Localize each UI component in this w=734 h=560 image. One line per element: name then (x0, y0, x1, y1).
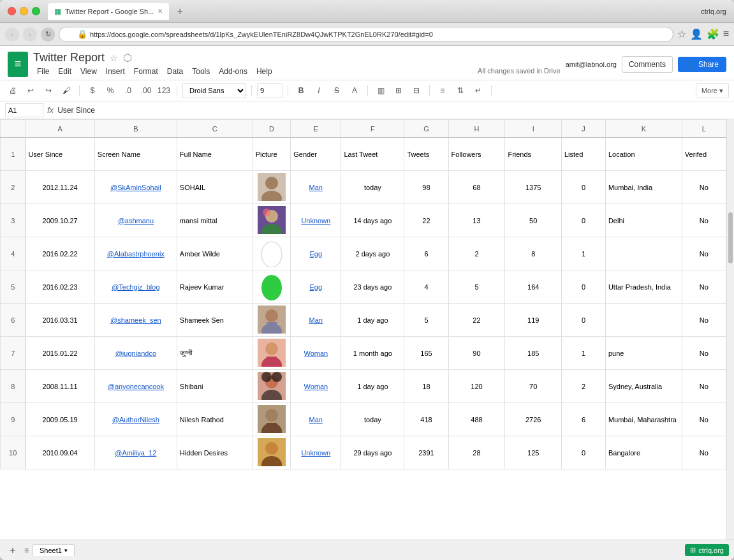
cell-e6[interactable]: Man (291, 304, 341, 337)
cell-i7[interactable]: 185 (505, 337, 562, 370)
active-tab[interactable]: ▦ Twitter Report - Google Sh... ✕ (48, 3, 169, 20)
cell-j3[interactable]: 0 (561, 204, 605, 237)
refresh-button[interactable]: ↻ (41, 27, 55, 41)
vertical-scrollbar[interactable] (726, 119, 734, 540)
cell-e10[interactable]: Unknown (291, 436, 341, 469)
menu-edit[interactable]: Edit (54, 66, 75, 77)
cell-j9[interactable]: 6 (561, 403, 605, 436)
col-header-b[interactable]: B (94, 120, 177, 138)
cell-a3[interactable]: 2009.10.27 (26, 204, 94, 237)
cell-k7[interactable]: pune (605, 337, 682, 370)
cell-i10[interactable]: 125 (505, 436, 562, 469)
header-gender[interactable]: Gender (291, 138, 341, 171)
cell-j8[interactable]: 2 (561, 370, 605, 403)
cell-c10[interactable]: Hidden Desires (177, 436, 253, 469)
comments-button[interactable]: Comments (622, 56, 673, 73)
cell-reference-input[interactable] (5, 103, 43, 117)
cell-j6[interactable]: 0 (561, 304, 605, 337)
cell-l3[interactable]: No (682, 204, 726, 237)
header-picture[interactable]: Picture (253, 138, 291, 171)
cell-l2[interactable]: No (682, 171, 726, 204)
cell-f5[interactable]: 23 days ago (341, 270, 404, 304)
merge-button[interactable]: ⊟ (409, 83, 424, 98)
cell-a7[interactable]: 2015.01.22 (26, 337, 94, 370)
cell-i5[interactable]: 164 (505, 270, 562, 304)
align-button[interactable]: ≡ (435, 83, 450, 98)
col-header-k[interactable]: K (605, 120, 682, 138)
menu-tools[interactable]: Tools (188, 66, 214, 77)
redo-button[interactable]: ↪ (41, 83, 56, 98)
cell-f9[interactable]: today (341, 403, 404, 436)
cell-k6[interactable] (605, 304, 682, 337)
paint-format-button[interactable]: 🖌 (59, 83, 74, 98)
cell-b8[interactable]: @anyonecancook (94, 370, 177, 403)
cell-i3[interactable]: 50 (505, 204, 562, 237)
cell-k2[interactable]: Mumbai, India (605, 171, 682, 204)
menu-insert[interactable]: Insert (102, 66, 129, 77)
col-header-l[interactable]: L (682, 120, 726, 138)
cell-c5[interactable]: Rajeev Kumar (177, 270, 253, 304)
font-size-input[interactable] (257, 83, 283, 98)
cell-i6[interactable]: 119 (505, 304, 562, 337)
menu-icon[interactable]: ≡ (723, 28, 729, 40)
header-full-name[interactable]: Full Name (177, 138, 253, 171)
cell-l8[interactable]: No (682, 370, 726, 403)
cell-a2[interactable]: 2012.11.24 (26, 171, 94, 204)
cell-g10[interactable]: 2391 (404, 436, 448, 469)
header-followers[interactable]: Followers (448, 138, 505, 171)
cell-g8[interactable]: 18 (404, 370, 448, 403)
wrap-button[interactable]: ↵ (471, 83, 486, 98)
header-listed[interactable]: Listed (561, 138, 605, 171)
fill-color-button[interactable]: ▥ (373, 83, 388, 98)
col-header-j[interactable]: J (561, 120, 605, 138)
header-last-tweet[interactable]: Last Tweet (341, 138, 404, 171)
cell-h4[interactable]: 2 (448, 237, 505, 270)
cell-b7[interactable]: @jugniandco (94, 337, 177, 370)
header-location[interactable]: Location (605, 138, 682, 171)
cell-e2[interactable]: Man (291, 171, 341, 204)
menu-view[interactable]: View (77, 66, 101, 77)
sheet-dropdown-icon[interactable]: ▾ (64, 547, 68, 554)
cell-i2[interactable]: 1375 (505, 171, 562, 204)
col-header-d[interactable]: D (253, 120, 291, 138)
cell-k4[interactable] (605, 237, 682, 270)
cell-b6[interactable]: @shameek_sen (94, 304, 177, 337)
star-icon[interactable]: ☆ (110, 53, 118, 63)
new-tab-button[interactable]: + (172, 3, 187, 20)
cell-j2[interactable]: 0 (561, 171, 605, 204)
menu-addons[interactable]: Add-ons (215, 66, 251, 77)
cell-e7[interactable]: Woman (291, 337, 341, 370)
currency-button[interactable]: $ (85, 83, 100, 98)
cell-k10[interactable]: Bangalore (605, 436, 682, 469)
cell-f3[interactable]: 14 days ago (341, 204, 404, 237)
maximize-button[interactable] (32, 7, 40, 15)
cell-e5[interactable]: Egg (291, 270, 341, 304)
cell-k8[interactable]: Sydney, Australia (605, 370, 682, 403)
extensions-icon[interactable]: 🧩 (707, 28, 719, 40)
cell-g7[interactable]: 165 (404, 337, 448, 370)
url-bar[interactable]: 🔒 https://docs.google.com/spreadsheets/d… (59, 27, 673, 42)
cell-j7[interactable]: 1 (561, 337, 605, 370)
decrease-decimal-button[interactable]: .0 (121, 83, 136, 98)
increase-decimal-button[interactable]: .00 (138, 83, 154, 98)
print-button[interactable]: 🖨 (5, 83, 20, 98)
cell-h5[interactable]: 5 (448, 270, 505, 304)
bold-button[interactable]: B (293, 83, 309, 98)
cell-f4[interactable]: 2 days ago (341, 237, 404, 270)
cell-c9[interactable]: Nilesh Rathod (177, 403, 253, 436)
cell-h2[interactable]: 68 (448, 171, 505, 204)
close-button[interactable] (8, 7, 16, 15)
formula-input[interactable] (57, 106, 729, 115)
cell-f10[interactable]: 29 days ago (341, 436, 404, 469)
col-header-e[interactable]: E (291, 120, 341, 138)
cell-l7[interactable]: No (682, 337, 726, 370)
cell-a10[interactable]: 2010.09.04 (26, 436, 94, 469)
cell-g4[interactable]: 6 (404, 237, 448, 270)
ctrlq-badge[interactable]: ⊞ ctrlq.org (685, 544, 729, 556)
borders-button[interactable]: ⊞ (391, 83, 406, 98)
menu-format[interactable]: Format (130, 66, 162, 77)
percent-button[interactable]: % (103, 83, 118, 98)
minimize-button[interactable] (20, 7, 28, 15)
cell-h10[interactable]: 28 (448, 436, 505, 469)
col-header-i[interactable]: I (505, 120, 562, 138)
